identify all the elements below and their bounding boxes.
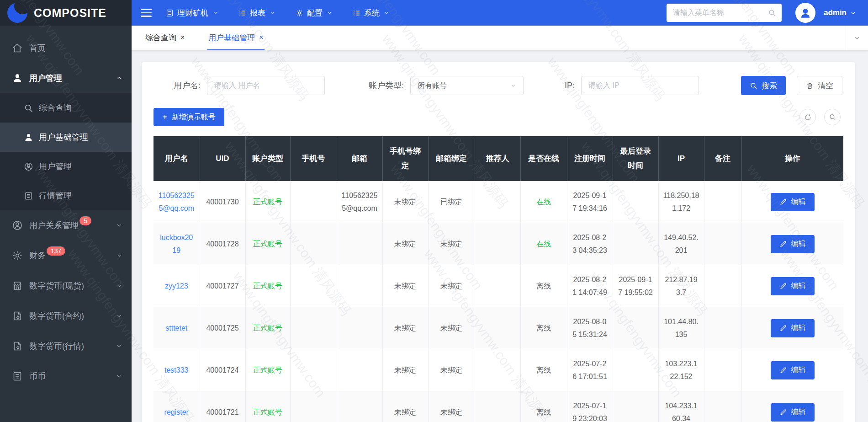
menu-search-box[interactable]: [667, 4, 782, 22]
cell-email: [337, 349, 382, 391]
cell-online: 离线: [520, 265, 567, 307]
top-nav-配置[interactable]: 配置: [295, 8, 332, 18]
logo[interactable]: COMPOSITE: [0, 0, 132, 26]
username-link[interactable]: test333: [164, 366, 188, 374]
chevron-down-icon: [116, 373, 122, 379]
column-header-type: 账户类型: [245, 136, 290, 181]
toolbar-row: + 新增演示账号: [153, 108, 843, 126]
trash-icon: [806, 82, 814, 90]
column-header-reg_time: 注册时间: [567, 136, 613, 181]
gear-icon: [295, 9, 304, 17]
cell-phone: [290, 307, 337, 349]
tab-用户基础管理[interactable]: 用户基础管理×: [207, 26, 264, 50]
ip-filter-input[interactable]: [581, 76, 699, 95]
sidebar-item-行情管理[interactable]: 行情管理: [0, 181, 132, 210]
sidebar-item-用户管理[interactable]: 用户管理: [0, 152, 132, 181]
top-nav-系统[interactable]: 系统: [352, 8, 389, 18]
shop-icon: [12, 280, 23, 291]
sidebar-item-数字货币(行情)[interactable]: 数字货币(行情): [0, 331, 132, 361]
sidebar-item-综合查询[interactable]: 综合查询: [0, 93, 132, 123]
edit-button[interactable]: 编辑: [771, 319, 815, 337]
table-row: test33340001724正式账号未绑定未绑定离线2025-07-26 17…: [153, 349, 843, 391]
sidebar-item-财务[interactable]: 财务137: [0, 240, 132, 271]
cell-phone_bind: 未绑定: [382, 307, 428, 349]
username-link[interactable]: zyy123: [165, 282, 188, 290]
table-row: luckbox201940001728正式账号未绑定未绑定在线2025-08-2…: [153, 223, 843, 265]
tab-overflow-button[interactable]: [846, 26, 868, 50]
top-nav-label: 理财矿机: [177, 8, 208, 18]
cell-phone_bind: 未绑定: [382, 349, 428, 391]
cell-action: 编辑: [741, 349, 843, 391]
sidebar-item-label: 财务: [29, 250, 46, 261]
edit-button[interactable]: 编辑: [771, 277, 815, 295]
user-solid-icon: [12, 73, 23, 84]
zoom-button[interactable]: [824, 109, 841, 125]
pen-icon: [779, 324, 787, 332]
cell-reg_time: 2025-07-26 17:01:51: [567, 349, 613, 391]
close-icon[interactable]: ×: [180, 34, 185, 41]
avatar[interactable]: [795, 3, 815, 23]
column-header-referrer: 推荐人: [475, 136, 520, 181]
menu-search-input[interactable]: [672, 8, 764, 17]
cell-reg_time: 2025-08-21 14:07:49: [567, 265, 613, 307]
cell-phone: [290, 265, 337, 307]
column-header-uid: UID: [200, 136, 245, 181]
edit-button[interactable]: 编辑: [771, 403, 815, 422]
cell-phone: [290, 349, 337, 391]
cell-phone: [290, 391, 337, 422]
edit-button[interactable]: 编辑: [771, 235, 815, 253]
username-link[interactable]: stttetet: [165, 324, 187, 332]
sidebar-item-数字货币(现货)[interactable]: 数字货币(现货): [0, 271, 132, 301]
user-menu[interactable]: admin: [824, 8, 856, 17]
sidebar-item-首页[interactable]: 首页: [0, 33, 132, 63]
edit-button[interactable]: 编辑: [771, 361, 815, 379]
top-nav-理财矿机[interactable]: 理财矿机: [165, 8, 218, 18]
sidebar-item-数字货币(合约)[interactable]: 数字货币(合约): [0, 301, 132, 331]
pen-icon: [779, 366, 787, 374]
tab-综合查询[interactable]: 综合查询×: [144, 26, 185, 50]
column-header-email: 邮箱: [337, 136, 382, 181]
gear-icon: [12, 250, 23, 261]
search-button[interactable]: 搜索: [741, 76, 786, 95]
cell-action: 编辑: [741, 265, 843, 307]
close-icon[interactable]: ×: [259, 34, 263, 41]
sidebar-item-用户关系管理[interactable]: 用户关系管理5: [0, 210, 132, 240]
column-header-email_bind: 邮箱绑定: [428, 136, 475, 181]
refresh-button[interactable]: [799, 109, 816, 125]
cell-uid: 40001727: [200, 265, 245, 307]
sidebar-item-label: 用户管理: [39, 161, 72, 172]
user-circle-icon: [24, 162, 33, 171]
cell-phone_bind: 未绑定: [382, 391, 428, 422]
username-link[interactable]: luckbox2019: [160, 234, 193, 254]
username-link[interactable]: register: [164, 408, 189, 416]
cell-email: [337, 223, 382, 265]
chevron-up-icon: [116, 75, 122, 81]
doc-icon: [165, 9, 174, 17]
sidebar-item-用户管理[interactable]: 用户管理: [0, 63, 132, 93]
add-demo-account-button[interactable]: + 新增演示账号: [153, 108, 224, 126]
account-type-select[interactable]: 所有账号: [410, 76, 524, 95]
cell-last_login: 2025-09-17 19:55:02: [613, 265, 658, 307]
username-filter-input[interactable]: [207, 76, 325, 95]
sidebar-item-用户基础管理[interactable]: 用户基础管理: [0, 123, 132, 152]
cell-phone_bind: 未绑定: [382, 223, 428, 265]
cell-phone_bind: 未绑定: [382, 181, 428, 223]
logo-text: COMPOSITE: [34, 6, 106, 20]
cell-online: 在线: [520, 181, 567, 223]
sidebar-item-label: 数字货币(现货): [29, 280, 84, 291]
top-nav-报表[interactable]: 报表: [238, 8, 275, 18]
cell-last_login: [613, 223, 658, 265]
clear-button[interactable]: 清空: [797, 76, 842, 95]
cell-email_bind: 未绑定: [428, 391, 475, 422]
chevron-down-icon: [854, 35, 860, 41]
search-icon[interactable]: [768, 9, 776, 17]
pen-icon: [779, 408, 787, 416]
list-icon: [238, 9, 247, 17]
cell-email: 1105623255@qq.com: [337, 181, 382, 223]
cell-referrer: [475, 349, 520, 391]
edit-button[interactable]: 编辑: [771, 193, 815, 211]
username-link[interactable]: 1105623255@qq.com: [159, 192, 195, 212]
sidebar-item-币币[interactable]: 币币: [0, 361, 132, 391]
chevron-down-icon: [212, 10, 218, 16]
hamburger-menu-icon[interactable]: [141, 9, 152, 17]
